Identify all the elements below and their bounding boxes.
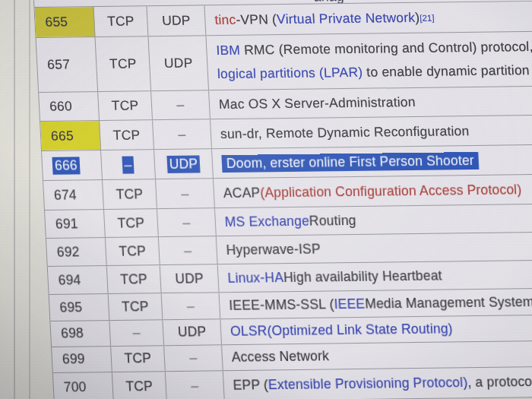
description-cell: tinc-VPN (Virtual Private Network)[21] — [204, 2, 532, 35]
protocol-label: – — [182, 214, 191, 230]
tcp-cell: – — [101, 150, 156, 179]
udp-cell: – — [157, 208, 217, 236]
port-number: 695 — [59, 299, 83, 315]
port-number-cell: 695 — [49, 294, 110, 321]
screen-photo: anag655TCPUDPtinc-VPN (Virtual Private N… — [0, 0, 532, 399]
selected-text: Doom, erster online First Person Shooter — [221, 151, 479, 172]
protocol-label: TCP — [116, 186, 144, 202]
udp-cell: – — [164, 345, 223, 371]
protocol-label: TCP — [120, 271, 148, 287]
desc-text: IEEE-MMS-SSL ( — [229, 296, 334, 314]
description-line: IBM RMC (Remote monitoring and Control) … — [216, 35, 532, 62]
desc-text: RMC (Remote monitoring and Control) prot… — [240, 39, 532, 58]
port-number: 665 — [51, 128, 74, 144]
wiki-link[interactable]: OLSR — [230, 323, 268, 340]
port-number: 666 — [52, 157, 80, 174]
protocol-label: – — [191, 378, 199, 394]
tcp-cell: TCP — [112, 372, 167, 399]
wiki-link[interactable]: IBM — [216, 43, 241, 58]
tcp-cell: TCP — [111, 346, 166, 372]
port-number-cell: 665 — [40, 121, 101, 150]
desc-text: to enable dynamic partition reco — [363, 62, 532, 80]
port-number: 698 — [61, 325, 84, 341]
tcp-cell: TCP — [103, 179, 157, 209]
desc-text: ACAP — [223, 185, 261, 201]
protocol-label: – — [122, 156, 135, 173]
port-number: 655 — [45, 14, 68, 30]
protocol-label: TCP — [117, 215, 145, 231]
protocol-label: UDP — [166, 155, 201, 173]
desc-text: Access Network — [231, 349, 329, 366]
tcp-cell: TCP — [100, 120, 154, 150]
description-cell: sun-dr, Remote Dynamic Reconfiguration — [211, 116, 532, 148]
content-edge-line — [29, 0, 30, 399]
tcp-cell: – — [109, 320, 164, 346]
desc-text: Hyperwave-ISP — [226, 241, 321, 258]
wiki-link[interactable]: IEEE — [334, 296, 366, 312]
wiki-link[interactable]: Extensible Provisioning Protocol — [268, 375, 464, 393]
port-number-cell: 655 — [35, 7, 96, 37]
protocol-label: TCP — [122, 299, 150, 315]
udp-cell: – — [151, 90, 211, 119]
port-row-700: 700TCP–EPP (Extensible Provisioning Prot… — [53, 367, 532, 399]
desc-text: , a protocol for the — [467, 374, 532, 391]
udp-cell: UDP — [154, 149, 214, 179]
description-cell: MS Exchange Routing — [215, 204, 532, 236]
description-cell: Access Network — [222, 341, 532, 370]
protocol-label: – — [181, 185, 189, 201]
udp-cell: – — [153, 119, 212, 149]
port-number-cell: 674 — [43, 180, 104, 210]
screen-content: anag655TCPUDPtinc-VPN (Virtual Private N… — [0, 0, 532, 399]
desc-text: Media Management System over SSL) — [365, 293, 532, 312]
port-number: 660 — [49, 98, 73, 114]
port-number: 699 — [62, 351, 85, 367]
protocol-label: – — [186, 298, 195, 314]
description-cell: OLSR (Optimized Link State Routing) — [220, 315, 532, 344]
tcp-cell: TCP — [109, 293, 163, 320]
tcp-cell: TCP — [106, 237, 160, 265]
udp-cell: – — [159, 236, 218, 264]
page-edge-line — [14, 0, 15, 399]
wiki-link[interactable]: logical partitions (LPAR) — [217, 65, 363, 81]
desc-text: Doom, erster online First Person Shooter — [223, 151, 477, 171]
port-number-cell: 691 — [45, 210, 106, 238]
description-cell: IEEE-MMS-SSL (IEEE Media Management Syst… — [220, 289, 532, 318]
port-row-657: 657TCPUDPIBM RMC (Remote monitoring and … — [36, 32, 532, 93]
description-cell: Hyperwave-ISP — [217, 233, 532, 264]
wiki-link[interactable]: tinc — [214, 12, 236, 28]
desc-text: sun-dr, Remote Dynamic Reconfiguration — [220, 123, 469, 142]
protocol-label: TCP — [125, 378, 154, 394]
tcp-cell: TCP — [107, 265, 162, 293]
port-number-cell: 699 — [52, 347, 112, 372]
reference-sup[interactable]: [21] — [420, 13, 435, 22]
wiki-link[interactable]: MS Exchange — [224, 213, 309, 230]
tcp-cell: TCP — [104, 209, 159, 237]
description-cell: Mac OS X Server-Administration — [209, 87, 532, 119]
udp-cell: UDP — [147, 5, 206, 36]
protocol-label: TCP — [111, 97, 139, 113]
udp-cell: UDP — [148, 36, 209, 90]
desc-text: Routing — [309, 212, 356, 229]
description-cell: IBM RMC (Remote monitoring and Control) … — [206, 32, 532, 90]
wiki-link[interactable]: Virtual Private Network — [277, 10, 416, 27]
udp-cell: UDP — [163, 319, 222, 345]
port-number-cell: 657 — [36, 37, 99, 92]
description-cell: EPP (Extensible Provisioning Protocol), … — [223, 367, 532, 399]
protocol-label: – — [178, 126, 186, 142]
protocol-label: UDP — [163, 55, 193, 71]
protocol-label: – — [176, 97, 185, 113]
protocol-label: TCP — [124, 350, 152, 366]
desc-text: -VPN ( — [236, 11, 277, 28]
protocol-label: UDP — [175, 271, 204, 287]
port-number-cell: 698 — [50, 321, 111, 347]
protocol-label: UDP — [177, 324, 207, 340]
wiki-link[interactable]: Optimized Link State Routing — [271, 321, 448, 340]
port-number: 692 — [56, 244, 80, 260]
port-number-cell: 666 — [42, 150, 103, 180]
wiki-link[interactable]: Linux-HA — [227, 270, 284, 287]
port-number: 674 — [53, 187, 77, 203]
desc-text: High availability Heartbeat — [283, 268, 443, 286]
wiki-link[interactable]: (Application Configuration Access Protoc… — [260, 182, 522, 201]
ports-table: anag655TCPUDPtinc-VPN (Virtual Private N… — [33, 0, 532, 399]
udp-cell: UDP — [160, 264, 220, 293]
